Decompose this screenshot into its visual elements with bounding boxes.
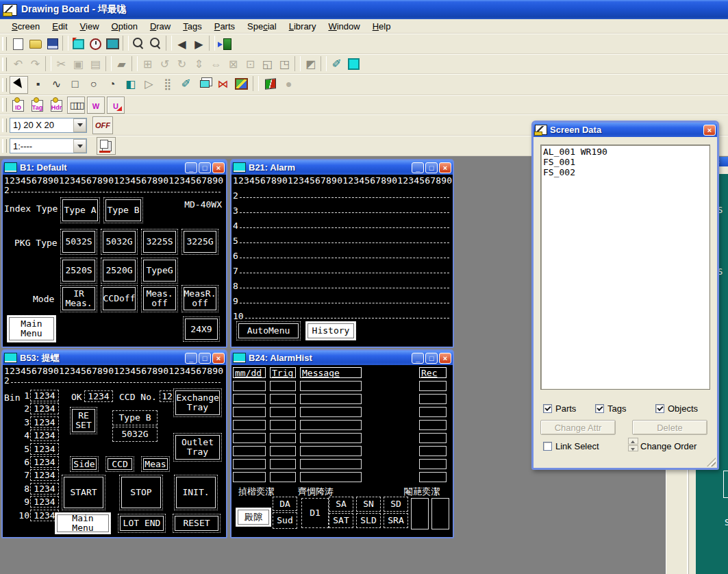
polygon-tool-icon[interactable]: ▷ (140, 76, 158, 92)
marker-tool-icon[interactable]: ✐ (177, 76, 194, 92)
menu-view[interactable]: View (74, 20, 105, 33)
sd-button[interactable]: SD (384, 497, 408, 512)
stamp-icon[interactable]: ● (280, 76, 297, 92)
pkg-button[interactable]: 3225G (181, 229, 218, 255)
screen-canvas-b24[interactable]: mm/dd Trig Message Rec (231, 365, 453, 537)
checkbox-parts[interactable]: Parts (543, 403, 576, 414)
edit-pen-icon[interactable]: ✐ (328, 56, 345, 73)
circle-tool-icon[interactable]: ○ (85, 76, 102, 92)
sat-button[interactable]: SAT (329, 513, 353, 528)
main-menu-button[interactable]: Main Menu (55, 512, 111, 534)
sud-button[interactable]: Sud (273, 512, 297, 529)
exchange-tray-button[interactable]: Exchange Tray (173, 388, 222, 417)
toolbar-grip[interactable] (2, 78, 7, 92)
align-icon[interactable]: ⊞ (139, 56, 156, 73)
list-item[interactable]: FS_002 (543, 167, 707, 177)
screen-copy-tool-icon[interactable] (196, 76, 213, 92)
screen-canvas-b1[interactable]: 1234567890123456789012345678901234567890… (3, 175, 226, 347)
toolbar-grip[interactable] (2, 118, 7, 132)
start-button[interactable]: START (62, 475, 105, 510)
grid-size-select[interactable]: 1) 20 X 20 (10, 118, 87, 133)
pkg-button[interactable]: 3225S (141, 229, 178, 255)
ccd-no-value[interactable]: 12 (160, 390, 175, 402)
bin-value[interactable]: 1234 (30, 456, 59, 468)
lot-end-button[interactable]: LOT END (118, 514, 166, 533)
outlet-tray-button[interactable]: Outlet Tray (173, 433, 222, 462)
menu-edit[interactable]: Edit (46, 20, 73, 33)
bin-value[interactable]: 1234 (30, 483, 59, 495)
ccd-button[interactable]: CCD (105, 456, 134, 472)
load-screen-icon[interactable]: U (107, 97, 125, 114)
window-b21[interactable]: B21: Alarm _ □ × 12345678901234567890123… (230, 159, 454, 348)
rotate-left-icon[interactable]: ↺ (156, 56, 173, 73)
select-tool-icon[interactable] (10, 76, 28, 94)
change-order-spinner[interactable] (628, 438, 638, 451)
main-menu-button[interactable]: Main Menu (7, 315, 56, 342)
empty-slot[interactable] (411, 498, 429, 529)
reset-button[interactable]: RESET (173, 514, 221, 533)
arc-pie-tool-icon[interactable]: ◔ (103, 76, 121, 92)
dot-tool-icon[interactable]: ▪ (29, 76, 47, 92)
fill-color-icon[interactable] (345, 56, 362, 73)
corner-24x9-button[interactable]: 24X9 (183, 316, 220, 342)
bin-value[interactable]: 1234 (30, 469, 59, 481)
screen-data-titlebar[interactable]: Screen Data × (534, 123, 717, 137)
white-cjk-button[interactable]: 殿隙 (236, 508, 271, 527)
maximize-button[interactable]: □ (199, 353, 211, 364)
new-window-icon[interactable] (70, 36, 87, 52)
minimize-button[interactable]: _ (185, 162, 197, 173)
window-parts-icon[interactable]: W (87, 97, 105, 114)
screen-data-list[interactable]: AL_001 WR190FS_001FS_002 (540, 145, 710, 390)
redo-icon[interactable]: ↷ (27, 56, 44, 73)
close-button[interactable]: × (703, 125, 716, 136)
chevron-down-icon[interactable] (73, 139, 86, 153)
mode-button[interactable]: IR Meas. (60, 285, 97, 312)
flip-horizontal-icon[interactable]: ⇔ (208, 56, 225, 73)
window-b24[interactable]: B24: AlarmHist _ □ × mm/dd Trig Message … (230, 349, 454, 538)
list-item[interactable]: FS_001 (543, 157, 707, 167)
mode-button[interactable]: MeasR. off (181, 285, 218, 312)
maximize-button[interactable]: □ (425, 162, 438, 173)
tag-list-icon[interactable]: Tag (29, 97, 46, 113)
header-footer-icon[interactable]: Hdr (48, 97, 65, 113)
menu-option[interactable]: Option (105, 20, 144, 33)
mode-button[interactable]: Meas. off (141, 285, 178, 312)
stop-button[interactable]: STOP (119, 475, 163, 510)
screen-canvas-b53[interactable]: 1234567890123456789012345678901234567890… (3, 365, 226, 537)
mark-tool-icon[interactable]: ⋈ (214, 76, 231, 92)
menu-parts[interactable]: Parts (208, 20, 241, 33)
menu-window[interactable]: Window (322, 20, 366, 33)
reset-small-button[interactable]: RE SET (70, 407, 97, 434)
pkg-button[interactable]: 2520S (60, 258, 97, 284)
parts-id-icon[interactable]: ID (10, 97, 27, 113)
ok-value[interactable]: 1234 (84, 390, 113, 402)
menu-screen[interactable]: Screen (5, 20, 46, 33)
window-b24-titlebar[interactable]: B24: AlarmHist _ □ × (231, 351, 453, 365)
maximize-button[interactable]: □ (425, 353, 438, 364)
screen-data-dialog[interactable]: Screen Data × AL_001 WR190FS_001FS_002 P… (531, 121, 719, 470)
preview-icon[interactable] (104, 36, 121, 52)
menu-library[interactable]: Library (283, 20, 323, 33)
rotate-right-icon[interactable]: ↻ (173, 56, 190, 73)
screen-canvas-b21[interactable]: 1234567890123456789012345678901234567890… (231, 175, 453, 347)
save-icon[interactable] (44, 36, 61, 52)
pattern-icon[interactable] (67, 97, 85, 114)
zoom-out-icon[interactable] (130, 36, 147, 52)
flip-vertical-icon[interactable]: ⇕ (190, 56, 208, 73)
menu-special[interactable]: Special (241, 20, 283, 33)
sa-button[interactable]: SA (329, 497, 353, 512)
bin-value[interactable]: 1234 (30, 496, 59, 508)
checkbox-objects[interactable]: Objects (655, 403, 698, 414)
change-attr-button[interactable]: Change Attr (540, 420, 616, 435)
open-icon[interactable] (27, 36, 44, 52)
zoom-in-icon[interactable] (147, 36, 164, 52)
window-b1-titlebar[interactable]: B1: Default _ □ × (3, 160, 226, 175)
checkbox-link-select[interactable]: Link Select (543, 441, 599, 451)
type-b-field[interactable]: Type B (112, 410, 158, 425)
toolbar-grip[interactable] (2, 98, 7, 112)
screen-select[interactable]: 1:---- (10, 138, 87, 153)
toolbar-grip[interactable] (2, 58, 7, 71)
pkg-5032g-field[interactable]: 5032G (112, 427, 158, 442)
library-item-icon[interactable] (262, 76, 279, 92)
close-button[interactable]: × (439, 353, 451, 364)
